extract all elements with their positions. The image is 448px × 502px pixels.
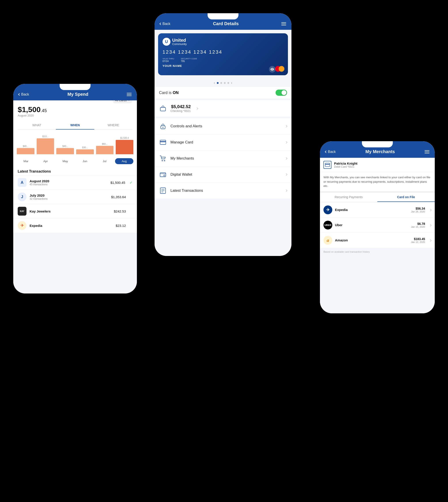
transactions-chevron-icon [285,189,287,192]
manage-card-label: Manage Card [170,140,282,145]
month-pills: Mar Apr May Jun Jul Aug [13,156,137,166]
transaction-kay[interactable]: KAY Kay Jewelers $242.53 [13,204,137,218]
merchant-uber[interactable]: UBER Uber $6.78 Jan 15, 2020 [320,217,435,233]
amazon-logo: a [323,236,332,245]
menu-icon[interactable] [425,150,430,153]
bank-logo-icon: U [162,38,170,46]
balance-amount: $5,042.52 Checking *0021 [170,104,191,113]
menu-my-merchants[interactable]: My Merchants [155,151,291,167]
month-aug[interactable]: Aug [115,158,133,164]
merchant-amazon[interactable]: a Amazon $183.45 Jan 12, 2020 [320,233,435,248]
phone-my-merchants: Back My Merchants Patricia Knight Debit … [320,141,435,313]
tab-what[interactable]: WHAT [18,121,56,129]
back-label: Back [328,150,336,154]
menu-controls-alerts[interactable]: Controls and Alerts [155,118,291,134]
back-button[interactable]: Back [18,92,29,96]
tab-recurring-payments[interactable]: Recurring Payments [320,193,377,202]
bar-jul: $60... [96,133,114,154]
bar-mar: $40... [17,133,34,154]
tx-info-aug: August 2020 45 transactions [30,179,107,186]
back-chevron-icon [160,23,162,25]
spend-tabs: WHAT WHEN WHERE [18,121,132,130]
lock-icon [159,122,167,130]
month-mar[interactable]: Mar [17,158,35,164]
merchants-description: With My Merchants, you can see merchants… [320,172,435,193]
my-spend-body: $1,500.45 August 2020 All Cards ··· WHAT… [13,100,137,293]
tx-info-jul: July 2020 32 transactions [30,194,108,200]
debit-card-icon [323,161,331,169]
user-card-info: Patricia Knight Debit Card *0021 [334,162,357,168]
transactions-icon [159,187,167,195]
credit-card: U United Community 1234 1234 1234 1234 V… [158,33,288,75]
transaction-aug[interactable]: A August 2020 45 transactions $1,500.45 … [13,175,137,190]
amazon-amount-col: $183.45 Jan 12, 2020 [411,237,425,243]
back-chevron-icon [325,151,327,153]
my-merchants-body: Patricia Knight Debit Card *0021 With My… [320,158,435,313]
tab-when[interactable]: WHEN [56,121,94,130]
back-label: Back [162,22,170,26]
expedia-info: Expedia [335,208,408,212]
user-name: Patricia Knight [334,162,357,165]
merchant-expedia[interactable]: ✈ Expedia $56.34 Jan 28, 2020 [320,202,435,217]
back-label: Back [21,92,29,96]
card-number: Debit Card *0021 [334,165,357,168]
menu-icon[interactable] [127,93,132,96]
amazon-chevron-icon [429,239,432,242]
svg-rect-3 [160,140,166,145]
merchants-back-button[interactable]: Back [325,150,336,154]
dot-1[interactable] [217,82,219,84]
svg-point-8 [164,175,165,176]
card-details-back-button[interactable]: Back [160,22,170,26]
my-merchants-label: My Merchants [170,156,282,161]
dot-3[interactable] [224,82,226,84]
balance-chevron-icon [196,107,198,110]
menu-manage-card[interactable]: Manage Card [155,134,291,151]
card-toggle[interactable] [275,90,287,96]
next-arrow[interactable]: › [231,80,232,85]
mc-yellow-circle [279,66,284,72]
spend-period: August 2020 [18,114,47,117]
bank-logo: U United Community [162,38,284,46]
month-jun[interactable]: Jun [76,158,94,164]
amazon-info: Amazon [335,238,408,242]
wallet-icon [159,170,167,179]
balance-item[interactable]: $5,042.52 Checking *0021 [155,100,291,117]
eye-icon[interactable] [269,66,275,73]
dot-4[interactable] [227,82,229,84]
controls-chevron-icon [285,125,287,127]
transaction-jul[interactable]: J July 2020 32 transactions $1,353.64 [13,190,137,204]
back-chevron-icon [18,93,20,95]
tab-card-on-file[interactable]: Card on File [377,193,435,202]
month-jul[interactable]: Jul [96,158,114,164]
card-icon [159,138,167,146]
screen-title: My Spend [67,92,88,97]
tx-icon-expedia: ✈ [18,221,27,230]
all-cards-button[interactable]: All Cards ··· [112,100,132,103]
tx-icon-jul: J [18,192,27,201]
digital-wallet-label: Digital Wallet [170,172,282,177]
cart-icon [159,154,167,162]
month-may[interactable]: May [56,158,74,164]
dot-2[interactable] [220,82,222,84]
menu-icon[interactable] [281,22,286,25]
card-on-row: Card is ON [155,87,291,98]
transaction-expedia[interactable]: ✈ Expedia $23.12 [13,218,137,233]
bar-aug: $1,500.4 [116,133,133,154]
menu-latest-transactions[interactable]: Latest Transactions [155,183,291,198]
expedia-logo: ✈ [323,205,332,214]
tab-where[interactable]: WHERE [94,121,132,129]
svg-point-2 [162,127,163,128]
bar-apr: $3,0... [37,133,54,154]
card-carousel-dots: ‹ › [155,79,291,87]
card-details-header: Back Card Details [155,13,291,30]
prev-arrow[interactable]: ‹ [214,80,215,85]
bank-name: United Community [172,38,187,46]
spend-amount: $1,500.45 [18,105,47,114]
menu-digital-wallet[interactable]: Digital Wallet [155,167,291,183]
card-info-row: VALID THRU 07/24 SECURITY CODE 795 [162,58,284,62]
month-apr[interactable]: Apr [36,158,55,164]
tx-info-kay: Kay Jewelers [30,209,111,213]
valid-thru: VALID THRU 07/24 [162,58,174,62]
merchants-tabs: Recurring Payments Card on File [320,193,435,202]
spend-top: $1,500.45 August 2020 All Cards ··· WHAT… [13,100,137,130]
